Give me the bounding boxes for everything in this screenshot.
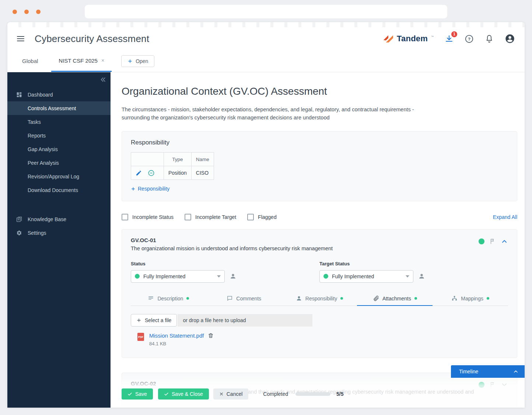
sidebar-item-knowledge-base[interactable]: Knowledge Base — [7, 212, 111, 226]
subtab-comments[interactable]: Comments — [206, 292, 282, 306]
sidebar-item-revision-approval-log[interactable]: Revision/Approval Log — [7, 170, 111, 183]
tab-nist-csf-2025[interactable]: NIST CSF 2025 × — [51, 50, 112, 72]
subtab-attachments[interactable]: Attachments — [357, 292, 433, 306]
subtab-description[interactable]: Description — [131, 292, 206, 306]
plus-icon — [131, 186, 136, 191]
open-assessment-button[interactable]: Open — [121, 55, 154, 67]
filter-incomplete-target[interactable]: Incomplete Target — [185, 214, 236, 220]
x-icon — [219, 392, 224, 396]
cancel-button[interactable]: Cancel — [213, 388, 249, 400]
sidebar-item-reports[interactable]: Reports — [7, 129, 111, 142]
timeline-panel-header[interactable]: Timeline — [451, 365, 525, 378]
tandem-logo-icon — [383, 34, 394, 43]
timeline-chevron-up-icon[interactable] — [513, 369, 519, 374]
page-description: The circumstances - mission, stakeholder… — [122, 105, 517, 122]
help-button[interactable]: ? — [465, 34, 474, 43]
completed-label: Completed — [263, 391, 288, 397]
subtab-complete-dot — [414, 297, 417, 300]
expand-all-link[interactable]: Expand All — [493, 214, 517, 220]
attachment-file-size: 84.1 KB — [149, 341, 214, 346]
status-select[interactable]: Fully Implemented — [131, 270, 225, 283]
control-card-gv-oc-01: GV.OC-01 The organizational mission is u… — [122, 229, 517, 358]
control-subtabs: Description Comments Responsibility — [131, 292, 508, 306]
remove-circle-icon[interactable] — [148, 170, 155, 177]
green-status-dot — [135, 274, 140, 279]
save-button[interactable]: Save — [122, 388, 153, 400]
download-badge: 1 — [451, 31, 457, 37]
completion-fraction: 5/5 — [336, 391, 343, 397]
status-label: Status — [131, 261, 319, 266]
attachment-file-link[interactable]: Mission Statement.pdf — [149, 332, 204, 339]
control-text: The organizational mission is understood… — [131, 245, 508, 251]
tandem-wordmark: Tandem — [397, 34, 428, 43]
collapse-chevron-up-icon[interactable] — [501, 238, 508, 245]
responsibility-heading: Responsibility — [131, 139, 508, 146]
sidebar-item-tasks[interactable]: Tasks — [7, 115, 111, 129]
incomplete-target-checkbox[interactable] — [185, 214, 191, 220]
caret-down-icon — [406, 275, 409, 278]
filter-flagged[interactable]: Flagged — [247, 214, 277, 220]
check-icon — [164, 392, 169, 397]
check-icon — [127, 392, 132, 397]
downloads-button[interactable]: 1 — [445, 34, 454, 43]
sidebar-item-settings[interactable]: Settings — [7, 226, 111, 240]
svg-text:?: ? — [468, 36, 470, 41]
app-title: Cybersecurity Assessment — [35, 33, 149, 45]
status-field: Status Fully Implemented — [131, 261, 319, 283]
file-drop-zone[interactable]: or drop a file here to upload — [178, 314, 312, 327]
edit-pencil-icon[interactable] — [136, 170, 142, 176]
dashboard-icon — [16, 92, 22, 98]
incomplete-status-checkbox[interactable] — [122, 214, 128, 220]
select-file-button[interactable]: Select a file — [131, 314, 177, 327]
sidebar-divider — [7, 197, 111, 212]
notifications-bell-icon[interactable] — [485, 34, 494, 43]
flagged-checkbox[interactable] — [247, 214, 254, 220]
plus-icon — [136, 318, 141, 323]
subtab-complete-dot — [186, 297, 189, 300]
svg-text:PDF: PDF — [138, 336, 144, 338]
target-status-field: Target Status Fully Implemented — [319, 261, 508, 283]
upload-row: Select a file or drop a file here to upl… — [131, 314, 508, 327]
footer-action-bar: Save Save & Close Cancel Completed 5/5 — [111, 386, 525, 408]
mapping-icon — [451, 295, 458, 301]
plus-icon — [127, 59, 133, 64]
browser-address-bar[interactable] — [85, 5, 447, 18]
window-controls[interactable] — [13, 10, 41, 14]
sidebar-item-download-documents[interactable]: Download Documents — [7, 183, 111, 197]
save-and-close-button[interactable]: Save & Close — [158, 388, 209, 400]
main-content: Organizational Context (GV.OC) Assessmen… — [111, 72, 525, 408]
target-status-select[interactable]: Fully Implemented — [319, 270, 413, 283]
account-avatar[interactable] — [505, 34, 515, 44]
sidebar-item-peer-analysis[interactable]: Peer Analysis — [7, 156, 111, 170]
menu-icon[interactable] — [17, 35, 24, 43]
paperclip-icon — [373, 295, 379, 301]
window-dot-1[interactable] — [13, 10, 17, 14]
attachment-item: PDF Mission Statement.pdf 84.1 KB — [131, 332, 508, 346]
app-header: Cybersecurity Assessment Tandem ™ — [7, 27, 525, 50]
completion-progress-bar — [295, 392, 330, 396]
person-icon — [296, 295, 302, 301]
pdf-file-icon: PDF — [137, 332, 144, 341]
sidebar-collapse-icon[interactable] — [100, 77, 106, 83]
tab-close-icon[interactable]: × — [101, 57, 104, 63]
responsibility-table: Type Name — [131, 152, 214, 180]
subtab-responsibility[interactable]: Responsibility — [282, 292, 357, 306]
tab-global[interactable]: Global — [15, 50, 45, 72]
window-dot-2[interactable] — [24, 10, 29, 14]
sidebar-item-controls-assessment[interactable]: Controls Assessment — [7, 101, 111, 115]
trash-icon[interactable] — [208, 332, 214, 339]
add-responsibility-button[interactable]: Responsibility — [131, 186, 169, 192]
subtab-mappings[interactable]: Mappings — [433, 292, 508, 306]
filter-row: Incomplete Status Incomplete Target Flag… — [122, 214, 517, 220]
assign-person-icon[interactable] — [418, 273, 425, 280]
status-indicator-dot — [479, 238, 484, 244]
subtab-complete-dot — [487, 297, 489, 300]
description-lines-icon — [148, 295, 154, 301]
filter-incomplete-status[interactable]: Incomplete Status — [122, 214, 174, 220]
window-dot-3[interactable] — [36, 10, 41, 14]
sidebar-item-dashboard[interactable]: Dashboard — [7, 88, 111, 101]
flag-icon[interactable] — [489, 238, 496, 245]
responsibility-name-value: CISO — [191, 166, 214, 180]
sidebar-item-gap-analysis[interactable]: Gap Analysis — [7, 142, 111, 156]
assign-person-icon[interactable] — [230, 273, 237, 280]
